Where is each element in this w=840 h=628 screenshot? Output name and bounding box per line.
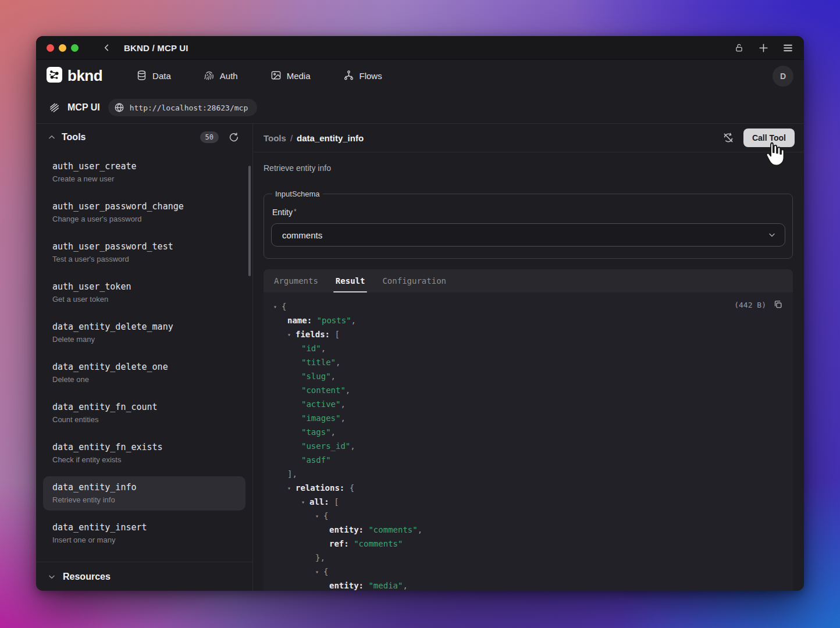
json-toggle-line[interactable]: ▾relations: {	[264, 481, 793, 495]
nav-item-data[interactable]: Data	[136, 70, 171, 83]
json-toggle-line[interactable]: ▾{	[264, 299, 793, 313]
tool-desc: Delete many	[52, 335, 236, 344]
json-line: "active",	[264, 397, 793, 411]
sidebar-item-auth_user_password_test[interactable]: auth_user_password_testTest a user's pas…	[43, 236, 245, 270]
titlebar[interactable]: BKND / MCP UI	[36, 36, 804, 60]
tool-detail-header: Tools / data_entity_info Call Tool	[253, 124, 804, 152]
breadcrumb: Tools / data_entity_info	[264, 133, 364, 143]
sidebar-item-auth_user_password_change[interactable]: auth_user_password_changeChange a user's…	[43, 195, 245, 230]
globe-icon	[114, 102, 124, 113]
collapse-triangle-icon[interactable]: ▾	[315, 565, 323, 579]
tools-count-badge: 50	[200, 131, 219, 143]
resources-section-header[interactable]: Resources	[36, 562, 252, 591]
json-line: "title",	[264, 355, 793, 369]
chevron-down-icon	[48, 573, 56, 581]
tool-desc: Test a user's password	[52, 255, 236, 263]
sidebar-item-data_entity_fn_count[interactable]: data_entity_fn_countCount entities	[43, 396, 245, 430]
call-tool-button[interactable]: Call Tool	[743, 129, 795, 147]
server-url-pill[interactable]: http://localhost:28623/mcp	[108, 99, 258, 116]
tool-name: data_entity_fn_exists	[52, 442, 236, 452]
breadcrumb-separator: /	[290, 133, 293, 143]
json-line: entity: "comments",	[264, 523, 793, 537]
tab-result[interactable]: Result	[334, 269, 366, 292]
layers-icon	[49, 102, 59, 113]
tool-name: data_entity_fn_count	[52, 402, 236, 412]
main-nav: DataAuthMediaFlows	[136, 70, 382, 83]
refresh-off-icon[interactable]	[722, 132, 734, 144]
sidebar-item-auth_user_create[interactable]: auth_user_createCreate a new user	[43, 155, 245, 190]
tool-name: auth_user_password_test	[52, 241, 236, 252]
tool-name: data_entity_info	[52, 482, 236, 493]
fingerprint-icon	[204, 70, 215, 83]
sidebar-item-data_entity_fn_exists[interactable]: data_entity_fn_existsCheck if entity exi…	[43, 436, 245, 470]
input-schema-legend: InputSchema	[272, 190, 323, 198]
app-window: BKND / MCP UI bknd DataAuthMediaFlows D	[36, 36, 804, 591]
sidebar-item-data_entity_delete_many[interactable]: data_entity_delete_manyDelete many	[43, 316, 245, 350]
json-toggle-line[interactable]: ▾{	[264, 565, 793, 579]
tool-name: data_entity_delete_one	[52, 362, 236, 372]
collapse-triangle-icon[interactable]: ▾	[287, 481, 296, 495]
image-icon	[270, 70, 282, 83]
tool-desc: Change a user's password	[52, 215, 236, 223]
tool-desc: Retrieve entity info	[52, 495, 236, 504]
json-line: "id",	[264, 341, 793, 355]
nav-item-media[interactable]: Media	[270, 70, 311, 83]
breadcrumb-section[interactable]: Tools	[264, 133, 286, 143]
result-size-label: (442 B)	[734, 301, 766, 309]
collapse-triangle-icon[interactable]: ▾	[301, 495, 309, 509]
minimize-window-button[interactable]	[59, 44, 66, 52]
collapse-triangle-icon[interactable]: ▾	[315, 509, 323, 523]
plus-icon[interactable]	[757, 42, 769, 53]
nav-item-auth[interactable]: Auth	[204, 70, 238, 83]
json-toggle-line[interactable]: ▾all: [	[264, 495, 793, 509]
avatar[interactable]: D	[773, 66, 793, 87]
json-toggle-line[interactable]: ▾fields: [	[264, 327, 793, 341]
tools-section-label: Tools	[62, 132, 86, 142]
mcp-bar: MCP UI http://localhost:28623/mcp	[36, 92, 804, 124]
resources-section-label: Resources	[63, 572, 111, 582]
menu-icon[interactable]	[782, 42, 793, 53]
traffic-lights	[47, 44, 79, 52]
server-url: http://localhost:28623/mcp	[130, 104, 248, 112]
back-icon[interactable]	[99, 40, 115, 55]
window-title: BKND / MCP UI	[124, 43, 188, 53]
close-window-button[interactable]	[47, 44, 54, 52]
tool-name: auth_user_token	[52, 281, 236, 292]
tool-desc: Check if entity exists	[52, 455, 236, 464]
nav-item-flows[interactable]: Flows	[343, 70, 382, 83]
tool-detail: Tools / data_entity_info Call Tool Retri…	[253, 124, 804, 591]
sidebar-item-data_entity_delete_one[interactable]: data_entity_delete_oneDelete one	[43, 356, 245, 390]
nav-item-label: Flows	[360, 71, 382, 81]
tool-desc: Insert one or many	[52, 536, 236, 544]
sidebar-scrollbar[interactable]	[248, 166, 251, 276]
collapse-triangle-icon[interactable]: ▾	[273, 300, 282, 314]
chevron-up-icon	[48, 133, 56, 141]
sidebar-item-data_entity_insert[interactable]: data_entity_insertInsert one or many	[43, 516, 245, 551]
json-line: entity: "media",	[264, 579, 793, 591]
tab-arguments[interactable]: Arguments	[273, 269, 319, 292]
copy-icon[interactable]	[773, 299, 784, 310]
tool-desc: Get a user token	[52, 295, 236, 304]
refresh-icon[interactable]	[228, 131, 240, 143]
required-marker: *	[294, 208, 297, 216]
chevron-down-icon	[767, 230, 777, 240]
input-schema-fieldset: InputSchema Entity* comments	[264, 190, 793, 259]
collapse-triangle-icon[interactable]: ▾	[287, 328, 296, 342]
bknd-logo-text: bknd	[67, 67, 102, 85]
bknd-logo[interactable]: bknd	[47, 67, 102, 85]
sidebar-item-data_entity_info[interactable]: data_entity_infoRetrieve entity info	[43, 476, 245, 511]
json-lines: ▾{name: "posts",▾fields: ["id","title","…	[264, 299, 793, 591]
json-line: "tags",	[264, 425, 793, 439]
tool-desc: Count entities	[52, 415, 236, 424]
database-icon	[136, 70, 147, 83]
tools-section-header[interactable]: Tools 50	[36, 124, 252, 151]
lock-open-icon[interactable]	[733, 42, 745, 53]
tool-name: auth_user_create	[52, 161, 236, 172]
workflow-icon	[343, 70, 354, 83]
sidebar-item-auth_user_token[interactable]: auth_user_tokenGet a user token	[43, 276, 245, 310]
tab-configuration[interactable]: Configuration	[381, 269, 447, 292]
tool-name: data_entity_delete_many	[52, 322, 236, 332]
entity-select[interactable]: comments	[271, 223, 785, 247]
json-toggle-line[interactable]: ▾{	[264, 509, 793, 523]
maximize-window-button[interactable]	[71, 44, 79, 52]
